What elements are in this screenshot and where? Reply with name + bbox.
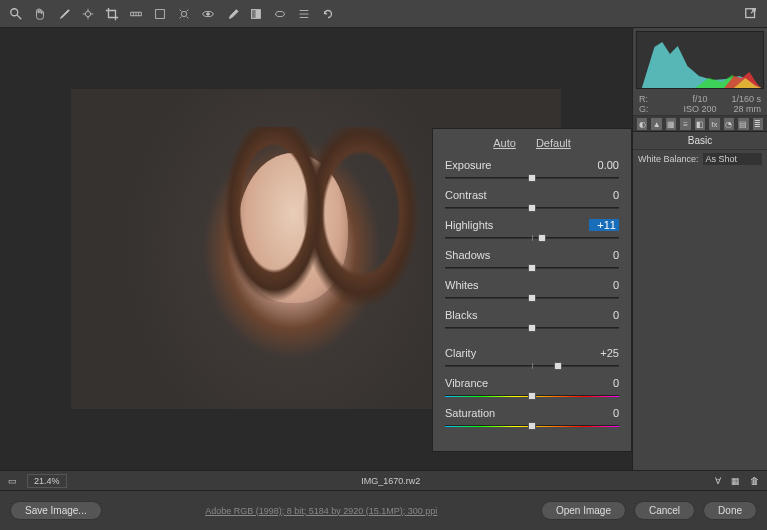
- hsl-panel-icon[interactable]: ≡: [680, 118, 690, 130]
- slider-handle[interactable]: [528, 422, 536, 430]
- slider-contrast: Contrast0: [445, 189, 619, 213]
- image-info[interactable]: Adobe RGB (1998); 8 bit; 5184 by 2920 (1…: [110, 506, 533, 516]
- slider-handle[interactable]: [538, 234, 546, 242]
- panel-title: Basic: [633, 132, 767, 150]
- slider-label: Vibrance: [445, 377, 488, 389]
- slider-shadows: Shadows0: [445, 249, 619, 273]
- slider-value[interactable]: 0: [589, 249, 619, 261]
- aperture-value: f/10: [693, 94, 708, 104]
- svg-point-2: [85, 11, 90, 16]
- filter-icon[interactable]: ∀: [715, 476, 721, 486]
- status-bar: ▭ 21.4% IMG_1670.rw2 ∀ ▦ 🗑: [0, 470, 767, 490]
- crop-tool-icon[interactable]: [104, 6, 120, 22]
- radial-icon[interactable]: [272, 6, 288, 22]
- grid-icon[interactable]: ▦: [731, 476, 740, 486]
- bottom-bar: Save Image... Adobe RGB (1998); 8 bit; 5…: [0, 490, 767, 530]
- zoom-level[interactable]: 21.4%: [27, 474, 67, 488]
- redeye-icon[interactable]: [200, 6, 216, 22]
- slider-handle[interactable]: [528, 294, 536, 302]
- slider-handle[interactable]: [528, 174, 536, 182]
- slider-clarity: Clarity+25: [445, 347, 619, 371]
- slider-track[interactable]: [445, 421, 619, 431]
- eyedropper-icon[interactable]: [56, 6, 72, 22]
- slider-label: Shadows: [445, 249, 490, 261]
- slider-track[interactable]: [445, 173, 619, 183]
- slider-label: Highlights: [445, 219, 493, 231]
- lens-panel-icon[interactable]: fx: [709, 118, 719, 130]
- svg-point-17: [276, 11, 285, 16]
- shutter-value: 1/160 s: [731, 94, 761, 104]
- slider-value[interactable]: 0: [589, 407, 619, 419]
- spot-removal-icon[interactable]: [176, 6, 192, 22]
- effects-panel-icon[interactable]: ◔: [724, 118, 734, 130]
- slider-highlights: Highlights+11: [445, 219, 619, 243]
- slider-value[interactable]: 0.00: [589, 159, 619, 171]
- gradient-icon[interactable]: [248, 6, 264, 22]
- done-button[interactable]: Done: [703, 501, 757, 520]
- detail-panel-icon[interactable]: ▦: [666, 118, 676, 130]
- calib-panel-icon[interactable]: ▤: [738, 118, 748, 130]
- basic-panel-icon[interactable]: ◐: [637, 118, 647, 130]
- wb-dropdown[interactable]: As Shot: [703, 153, 762, 165]
- slider-track[interactable]: [445, 391, 619, 401]
- presets-panel-icon[interactable]: ≣: [753, 118, 763, 130]
- slider-exposure: Exposure0.00: [445, 159, 619, 183]
- slider-handle[interactable]: [528, 324, 536, 332]
- slider-track[interactable]: [445, 263, 619, 273]
- slider-value[interactable]: 0: [589, 189, 619, 201]
- slider-track[interactable]: [445, 361, 619, 371]
- svg-rect-16: [252, 9, 256, 18]
- slider-handle[interactable]: [554, 362, 562, 370]
- straighten-icon[interactable]: [128, 6, 144, 22]
- list-icon[interactable]: [296, 6, 312, 22]
- focal-value: 28 mm: [734, 104, 762, 114]
- slider-value[interactable]: 0: [589, 309, 619, 321]
- top-toolbar: [0, 0, 767, 28]
- slider-value[interactable]: 0: [589, 377, 619, 389]
- save-image-button[interactable]: Save Image...: [10, 501, 102, 520]
- svg-rect-11: [156, 9, 165, 18]
- slider-saturation: Saturation0: [445, 407, 619, 431]
- slider-handle[interactable]: [528, 204, 536, 212]
- adjustments-panel: Auto Default Exposure0.00Contrast0Highli…: [432, 128, 632, 452]
- svg-point-14: [207, 12, 210, 15]
- slider-track[interactable]: [445, 323, 619, 333]
- brush-icon[interactable]: [224, 6, 240, 22]
- slider-label: Contrast: [445, 189, 487, 201]
- slider-track[interactable]: [445, 233, 619, 243]
- right-panel: R:G:B: f/10ISO 200 1/160 s28 mm ◐ ▲ ▦ ≡ …: [632, 28, 767, 470]
- default-link[interactable]: Default: [536, 137, 571, 149]
- view-toggle-icon[interactable]: ▭: [8, 476, 17, 486]
- color-sampler-icon[interactable]: [80, 6, 96, 22]
- slider-value[interactable]: +11: [589, 219, 619, 231]
- exif-info: R:G:B: f/10ISO 200 1/160 s28 mm: [633, 92, 767, 116]
- slider-value[interactable]: +25: [589, 347, 619, 359]
- svg-line-1: [17, 14, 21, 18]
- panel-icons: ◐ ▲ ▦ ≡ ◧ fx ◔ ▤ ≣: [633, 116, 767, 132]
- zoom-tool-icon[interactable]: [8, 6, 24, 22]
- slider-label: Whites: [445, 279, 479, 291]
- slider-handle[interactable]: [528, 264, 536, 272]
- auto-link[interactable]: Auto: [493, 137, 516, 149]
- white-balance-row: White Balance: As Shot: [633, 150, 767, 168]
- slider-label: Blacks: [445, 309, 477, 321]
- transform-icon[interactable]: [152, 6, 168, 22]
- slider-value[interactable]: 0: [589, 279, 619, 291]
- cancel-button[interactable]: Cancel: [634, 501, 695, 520]
- main-area: R:G:B: f/10ISO 200 1/160 s28 mm ◐ ▲ ▦ ≡ …: [0, 28, 767, 470]
- slider-track[interactable]: [445, 203, 619, 213]
- slider-handle[interactable]: [528, 392, 536, 400]
- export-icon[interactable]: [743, 6, 759, 22]
- slider-label: Saturation: [445, 407, 495, 419]
- slider-label: Exposure: [445, 159, 491, 171]
- hand-tool-icon[interactable]: [32, 6, 48, 22]
- svg-point-12: [181, 11, 186, 16]
- trash-icon[interactable]: 🗑: [750, 476, 759, 486]
- rotate-icon[interactable]: [320, 6, 336, 22]
- histogram[interactable]: [636, 31, 764, 89]
- split-panel-icon[interactable]: ◧: [695, 118, 705, 130]
- curve-panel-icon[interactable]: ▲: [651, 118, 661, 130]
- open-image-button[interactable]: Open Image: [541, 501, 626, 520]
- slider-track[interactable]: [445, 293, 619, 303]
- svg-point-0: [11, 8, 18, 15]
